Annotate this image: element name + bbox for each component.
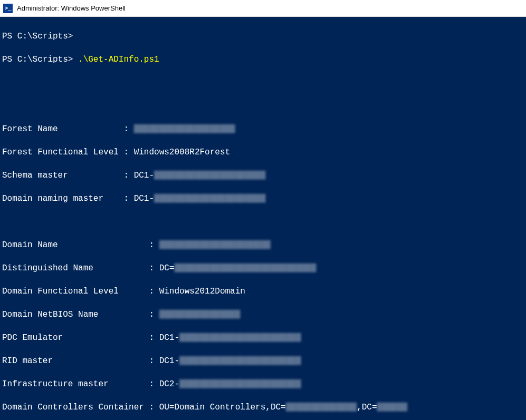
window-title: Administrator: Windows PowerShell (17, 4, 126, 12)
powershell-icon: >_ (3, 4, 13, 13)
domain-name-value: ██████████████████████ (159, 240, 271, 250)
dc-container-value: OU=Domain Controllers,DC=██████████████,… (159, 403, 407, 412)
domain-name-label: Domain Name : (2, 240, 159, 250)
terminal-output[interactable]: PS C:\Scripts> PS C:\Scripts> .\Get-ADIn… (0, 17, 526, 420)
forest-name-value: ████████████████████ (134, 124, 235, 134)
domain-functional-label: Domain Functional Level : (2, 287, 159, 296)
rid-master-label: RID master : (2, 356, 159, 366)
distinguished-name-value: DC=████████████████████████████ (159, 263, 317, 273)
pdc-emulator-label: PDC Emulator : (2, 333, 159, 343)
schema-master-value: DC1-██████████████████████ (134, 171, 266, 180)
netbios-name-label: Domain NetBIOS Name : (2, 310, 159, 319)
domain-naming-value: DC1-██████████████████████ (134, 194, 266, 203)
schema-master-label: Schema master : (2, 171, 134, 180)
infrastructure-master-value: DC2-████████████████████████ (159, 379, 301, 389)
netbios-name-value: ████████████████ (159, 310, 241, 319)
domain-naming-label: Domain naming master : (2, 194, 134, 203)
prompt-line: PS C:\Scripts> (2, 55, 78, 64)
window-titlebar[interactable]: >_ Administrator: Windows PowerShell (0, 0, 526, 17)
infrastructure-master-label: Infrastructure master : (2, 379, 159, 389)
rid-master-value: DC1-████████████████████████ (159, 356, 301, 366)
domain-functional-value: Windows2012Domain (159, 287, 245, 296)
dc-container-label: Domain Controllers Container : (2, 403, 159, 412)
distinguished-name-label: Distinguished Name : (2, 263, 159, 273)
forest-functional-label: Forest Functional Level : (2, 148, 134, 157)
pdc-emulator-value: DC1-████████████████████████ (159, 333, 301, 343)
forest-name-label: Forest Name : (2, 124, 134, 134)
entered-command: .\Get-ADInfo.ps1 (78, 55, 159, 64)
prompt-line: PS C:\Scripts> (2, 32, 73, 41)
forest-functional-value: Windows2008R2Forest (134, 148, 230, 157)
